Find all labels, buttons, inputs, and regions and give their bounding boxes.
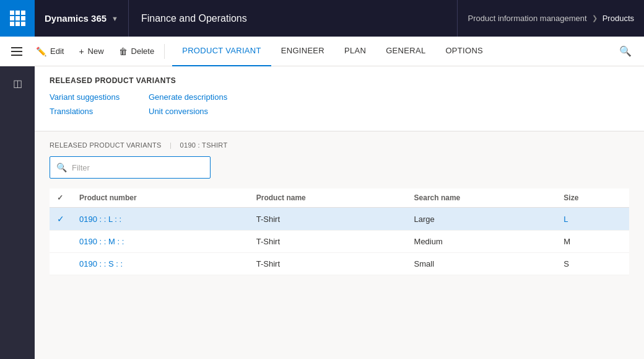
breadcrumb-products[interactable]: Products	[603, 14, 634, 23]
delete-icon: 🗑	[119, 47, 128, 56]
dynamics-label: Dynamics 365	[45, 13, 107, 24]
col-product-number: Product number	[72, 188, 249, 208]
size-cell: S	[556, 253, 629, 275]
product-name-cell: T-Shirt	[249, 231, 407, 253]
filter-input[interactable]	[72, 163, 204, 172]
table-body: ✓ 0190 : : L : : T-Shirt Large L 0190 : …	[50, 208, 629, 275]
dynamics-nav-item[interactable]: Dynamics 365 ▼	[35, 0, 129, 37]
rpv-links: Variant suggestions Generate description…	[50, 92, 629, 116]
main-panel: RELEASED PRODUCT VARIANTS Variant sugges…	[35, 66, 644, 359]
tab-bar: PRODUCT VARIANT ENGINEER PLAN GENERAL OP…	[172, 37, 493, 66]
released-product-variants-section: RELEASED PRODUCT VARIANTS Variant sugges…	[35, 66, 644, 131]
waffle-icon	[10, 11, 25, 26]
product-number-cell[interactable]: 0190 : : S : :	[72, 253, 249, 275]
new-label: New	[88, 47, 104, 56]
search-name-cell: Medium	[407, 231, 557, 253]
search-name-cell: Small	[407, 253, 557, 275]
hamburger-menu-button[interactable]	[5, 42, 28, 61]
search-name-cell: Large	[407, 208, 557, 231]
col-check: ✓	[50, 188, 72, 208]
hamburger-line	[11, 47, 22, 48]
row-check	[50, 231, 72, 253]
new-button[interactable]: + New	[71, 40, 111, 63]
tab-plan[interactable]: PLAN	[334, 37, 376, 66]
edit-label: Edit	[50, 47, 64, 56]
table-row[interactable]: ✓ 0190 : : L : : T-Shirt Large L	[50, 208, 629, 231]
app-launcher-button[interactable]	[0, 0, 35, 37]
tab-options[interactable]: OPTIONS	[435, 37, 493, 66]
size-cell[interactable]: L	[556, 208, 629, 231]
table-row[interactable]: 0190 : : M : : T-Shirt Medium M	[50, 231, 629, 253]
left-sidebar: ◫	[0, 66, 35, 359]
rpv-title: RELEASED PRODUCT VARIANTS	[50, 76, 629, 85]
edit-button[interactable]: ✏️ Edit	[28, 40, 71, 63]
list-section: RELEASED PRODUCT VARIANTS | 0190 : TSHIR…	[35, 131, 644, 359]
toolbar-separator	[164, 44, 165, 59]
size-cell: M	[556, 231, 629, 253]
list-breadcrumb-main: RELEASED PRODUCT VARIANTS	[50, 141, 162, 149]
top-navigation: Dynamics 365 ▼ Finance and Operations Pr…	[0, 0, 644, 37]
variant-suggestions-link[interactable]: Variant suggestions	[50, 92, 149, 102]
table-row[interactable]: 0190 : : S : : T-Shirt Small S	[50, 253, 629, 275]
filter-icon: ◫	[13, 78, 22, 89]
search-button[interactable]: 🔍	[612, 45, 639, 57]
filter-sidebar-button[interactable]: ◫	[7, 71, 28, 95]
delete-button[interactable]: 🗑 Delete	[111, 40, 162, 63]
generate-descriptions-link[interactable]: Generate descriptions	[149, 92, 629, 102]
product-name-cell: T-Shirt	[249, 253, 407, 275]
delete-label: Delete	[131, 47, 155, 56]
unit-conversions-link[interactable]: Unit conversions	[149, 107, 629, 116]
tab-engineer[interactable]: ENGINEER	[271, 37, 334, 66]
row-check	[50, 253, 72, 275]
finops-label: Finance and Operations	[141, 13, 247, 24]
col-product-name: Product name	[249, 188, 407, 208]
search-icon: 🔍	[619, 45, 632, 57]
list-breadcrumb: RELEASED PRODUCT VARIANTS | 0190 : TSHIR…	[50, 141, 629, 149]
product-variants-table: ✓ Product number Product name Search nam…	[50, 188, 629, 275]
filter-box: 🔍	[50, 156, 211, 179]
hamburger-line	[11, 51, 22, 52]
chevron-down-icon: ▼	[111, 15, 118, 22]
hamburger-line	[11, 55, 22, 56]
breadcrumb-pipe: |	[170, 141, 172, 149]
translations-link[interactable]: Translations	[50, 107, 149, 116]
breadcrumb-separator: ❯	[592, 14, 598, 22]
product-name-cell: T-Shirt	[249, 208, 407, 231]
list-breadcrumb-sub: 0190 : TSHIRT	[180, 141, 228, 149]
content-area: ◫ RELEASED PRODUCT VARIANTS Variant sugg…	[0, 66, 644, 359]
command-bar: ✏️ Edit + New 🗑 Delete PRODUCT VARIANT E…	[0, 37, 644, 66]
add-icon: +	[79, 47, 84, 56]
tab-product-variant[interactable]: PRODUCT VARIANT	[172, 37, 271, 66]
col-search-name: Search name	[407, 188, 557, 208]
product-number-cell[interactable]: 0190 : : M : :	[72, 231, 249, 253]
filter-search-icon: 🔍	[56, 162, 67, 172]
table-header: ✓ Product number Product name Search nam…	[50, 188, 629, 208]
breadcrumb-product-info[interactable]: Product information management	[468, 14, 586, 23]
row-check: ✓	[50, 208, 72, 231]
tab-general[interactable]: GENERAL	[376, 37, 435, 66]
col-size: Size	[556, 188, 629, 208]
finops-nav-item: Finance and Operations	[129, 0, 458, 37]
product-number-cell[interactable]: 0190 : : L : :	[72, 208, 249, 231]
breadcrumb: Product information management ❯ Product…	[458, 0, 644, 37]
edit-icon: ✏️	[36, 47, 46, 56]
